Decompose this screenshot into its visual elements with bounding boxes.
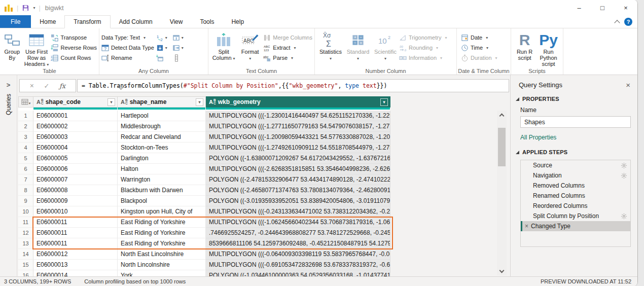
table-row[interactable]: 15E06000013North LincolnshireMULTIPOLYGO… — [18, 260, 390, 270]
menu-tab-home[interactable]: Home — [31, 15, 64, 28]
merge-columns-button[interactable]: Merge Columns — [263, 32, 312, 43]
table-row[interactable]: 9E06000009BlackpoolPOLYGON ((-3.01935933… — [18, 196, 390, 206]
menu-tab-file[interactable]: File — [0, 15, 31, 28]
cell-shape-code[interactable]: E06000014 — [33, 270, 118, 276]
filter-dropdown-icon[interactable] — [196, 98, 203, 106]
table-row[interactable]: 10E06000010Kingston upon Hull, City ofMU… — [18, 206, 390, 217]
run-r-script-button[interactable]: R Run R script — [513, 30, 536, 61]
table-row[interactable]: 5E06000005DarlingtonPOLYGON ((-1.6380007… — [18, 153, 390, 164]
table-row[interactable]: 8E06000008Blackburn with DarwenPOLYGON (… — [18, 185, 390, 196]
applied-step-renamed-columns[interactable]: Renamed Columns — [521, 191, 630, 201]
menu-tab-transform[interactable]: Transform — [64, 15, 110, 28]
help-icon[interactable]: ? — [624, 18, 632, 26]
standard-button[interactable]: +− ÷× Standard — [344, 30, 372, 62]
cell-wkb-geometry[interactable]: 8539666811106 54.1259736092488, -0.45212… — [206, 238, 390, 249]
cell-wkb-geometry[interactable]: POLYGON ((-2.47815332906477 53.443417489… — [206, 174, 390, 185]
cell-shape-name[interactable]: Middlesbrough — [118, 121, 206, 132]
parse-button[interactable]: abc Parse — [263, 53, 312, 63]
scroll-down-icon[interactable] — [497, 267, 507, 275]
column-header-shape-name[interactable]: ABC shape_name — [118, 96, 206, 108]
applied-step-source[interactable]: Source — [521, 160, 630, 170]
rounding-button[interactable]: .00 .0 Rounding — [399, 43, 447, 53]
cell-shape-code[interactable]: E06000006 — [33, 164, 118, 174]
properties-section-header[interactable]: PROPERTIES — [511, 91, 637, 103]
cell-shape-name[interactable]: Blackpool — [118, 196, 206, 206]
cell-wkb-geometry[interactable]: MULTIPOLYGON (((-0.064009303398119 53.58… — [206, 249, 390, 260]
applied-steps-section-header[interactable]: APPLIED STEPS — [511, 141, 637, 156]
column-header-shape-code[interactable]: ABC shape_code — [33, 96, 118, 108]
cell-shape-code[interactable]: E06000003 — [33, 132, 118, 142]
split-column-button[interactable]: Split Column — [210, 30, 237, 62]
cell-shape-name[interactable]: Kingston upon Hull, City of — [118, 206, 206, 217]
replace-values-button[interactable]: 1 2 — [156, 32, 172, 43]
maximize-button[interactable]: □ — [591, 0, 614, 15]
cell-wkb-geometry[interactable]: POLYGON ((-2.46580771374763 53.780813407… — [206, 185, 390, 196]
menu-tab-view[interactable]: View — [161, 15, 192, 28]
detect-data-type-button[interactable]: ? Detect Data Type — [101, 43, 154, 53]
cell-wkb-geometry[interactable]: MULTIPOLYGON (((-1.27492610909112 54.551… — [206, 142, 390, 153]
scientific-button[interactable]: 10 2 Scientific — [372, 30, 399, 62]
rename-button[interactable]: Rename — [101, 53, 154, 63]
information-button[interactable]: 13 + Information — [399, 53, 447, 63]
table-row[interactable]: 3E06000003Redcar and ClevelandMULTIPOLYG… — [18, 132, 390, 142]
scrollbar-thumb[interactable] — [498, 128, 506, 166]
cancel-formula-icon[interactable]: × — [30, 82, 34, 90]
cell-shape-code[interactable]: E06000009 — [33, 196, 118, 206]
extract-button[interactable]: ABC 123 Extract — [263, 43, 312, 53]
table-row[interactable]: 11E06000011East Riding of YorkshireMULTI… — [18, 217, 390, 228]
transpose-button[interactable]: Transpose — [51, 32, 97, 43]
gear-icon[interactable] — [621, 172, 627, 179]
select-all-corner[interactable] — [18, 96, 33, 108]
cell-shape-name[interactable]: Hartlepool — [118, 111, 206, 121]
profiling-status[interactable]: Column profiling based on top 1000 rows — [84, 278, 186, 284]
cell-shape-code[interactable]: E06000011 — [33, 217, 118, 228]
menu-tab-add-column[interactable]: Add Column — [111, 15, 161, 28]
queries-pane-label[interactable]: Queries — [5, 94, 12, 115]
cell-wkb-geometry[interactable]: .7466925524257, -0.244643968808277 53.74… — [206, 228, 390, 238]
cell-wkb-geometry[interactable]: POLYGON ((-1.63800071209267 54.617204342… — [206, 153, 390, 164]
group-by-button[interactable]: Group By — [2, 30, 22, 61]
formula-input[interactable]: = Table.TransformColumnTypes(#"Split Col… — [77, 79, 509, 92]
table-row[interactable]: 16E06000014YorkPOLYGON ((-1.034461000003… — [18, 270, 390, 276]
cell-shape-name[interactable]: Halton — [118, 164, 206, 174]
cell-shape-name[interactable]: East Riding of Yorkshire — [118, 217, 206, 228]
cell-shape-code[interactable]: E06000002 — [33, 121, 118, 132]
duration-button[interactable]: Duration — [461, 53, 497, 63]
expand-queries-pane-icon[interactable]: > — [7, 81, 11, 89]
close-button[interactable]: × — [614, 0, 637, 15]
table-row[interactable]: 7E06000007WarringtonPOLYGON ((-2.4781533… — [18, 174, 390, 185]
data-type-button[interactable]: Data Type: Text — [101, 32, 154, 43]
applied-step-changed-type[interactable]: ×Changed Type — [521, 221, 630, 231]
cell-wkb-geometry[interactable]: MULTIPOLYGON (((-1.23001416440497 54.625… — [206, 111, 390, 121]
cell-shape-code[interactable]: E06000007 — [33, 174, 118, 185]
cell-shape-code[interactable]: E06000005 — [33, 153, 118, 164]
cell-wkb-geometry[interactable]: MULTIPOLYGON (((-0.243133634471002 53.73… — [206, 206, 390, 217]
cell-shape-name[interactable]: Darlington — [118, 153, 206, 164]
column-header-wkb-geometry[interactable]: ABC wkb_geometry — [206, 96, 390, 108]
applied-step-navigation[interactable]: Navigation — [521, 170, 630, 181]
cell-wkb-geometry[interactable]: POLYGON ((-3.01935933952051 53.838942005… — [206, 196, 390, 206]
cell-shape-code[interactable]: E06000012 — [33, 249, 118, 260]
menu-tab-help[interactable]: Help — [223, 15, 253, 28]
cell-shape-code[interactable]: E06000013 — [33, 260, 118, 270]
collapse-ribbon-icon[interactable] — [614, 20, 620, 25]
time-button[interactable]: Time — [461, 43, 497, 53]
count-rows-button[interactable]: 1 2 Count Rows — [51, 53, 97, 63]
cell-shape-name[interactable]: Warrington — [118, 174, 206, 185]
cell-wkb-geometry[interactable]: MULTIPOLYGON (((-1.27711650779163 54.547… — [206, 121, 390, 132]
run-python-script-button[interactable]: Py Run Python script — [536, 30, 561, 67]
cell-shape-name[interactable]: Stockton-on-Tees — [118, 142, 206, 153]
date-button[interactable]: Date — [461, 32, 497, 43]
scroll-up-icon[interactable] — [497, 111, 507, 119]
cell-shape-code[interactable]: E06000008 — [33, 185, 118, 196]
applied-step-removed-columns[interactable]: Removed Columns — [521, 181, 630, 191]
cell-shape-name[interactable]: North East Lincolnshire — [118, 249, 206, 260]
cell-shape-code[interactable]: E06000011 — [33, 228, 118, 238]
unpivot-columns-button[interactable] — [172, 43, 189, 53]
menu-tab-tools[interactable]: Tools — [191, 15, 223, 28]
applied-step-split-column-by-position[interactable]: Split Column by Position — [521, 211, 630, 221]
cell-wkb-geometry[interactable]: MULTIPOLYGON (((-1.20098059443321 54.577… — [206, 132, 390, 142]
query-name-input[interactable] — [520, 116, 631, 128]
move-button[interactable] — [156, 53, 172, 63]
delete-step-icon[interactable]: × — [525, 223, 528, 230]
